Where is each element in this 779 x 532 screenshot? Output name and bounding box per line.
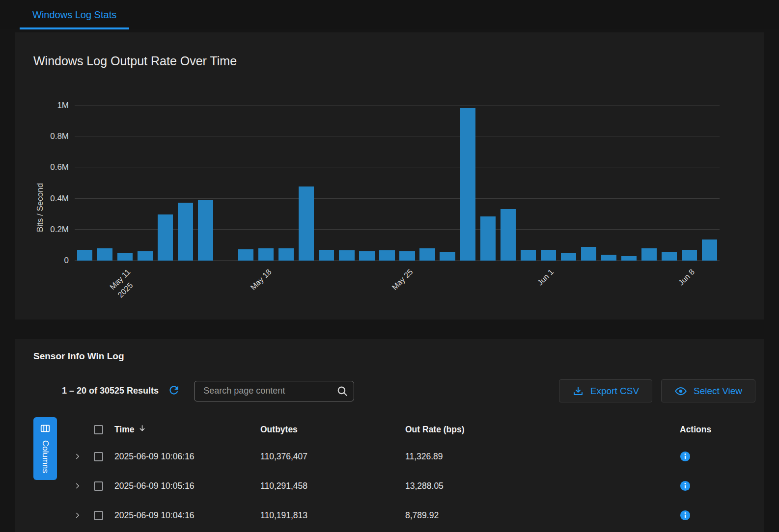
row-checkbox[interactable]	[94, 481, 103, 491]
chart-bar[interactable]	[541, 250, 556, 261]
results-count: 1 – 20 of 30525 Results	[62, 386, 159, 396]
chart-bar[interactable]	[561, 253, 576, 261]
table-title: Sensor Info Win Log	[33, 351, 755, 362]
info-icon[interactable]	[680, 510, 691, 521]
column-header-time[interactable]: Time	[114, 424, 146, 435]
column-header-out-rate[interactable]: Out Rate (bps)	[402, 425, 672, 435]
export-csv-label: Export CSV	[590, 386, 639, 397]
y-tick-label: 0.4M	[50, 194, 69, 204]
time-cell: 2025-06-09 10:05:16	[110, 481, 257, 491]
columns-button[interactable]: Columns	[33, 417, 57, 480]
table-row: 2025-06-09 10:06:16 110,376,407 11,326.8…	[69, 442, 755, 471]
x-tick-label: May 112025	[107, 266, 141, 300]
row-checkbox[interactable]	[94, 511, 103, 520]
table-row: 2025-06-09 10:05:16 110,291,458 13,288.0…	[69, 471, 755, 501]
select-view-button[interactable]: Select View	[661, 379, 755, 402]
chart-panel: Windows Log Output Rate Over Time Bits /…	[15, 32, 764, 319]
tab-bar: Windows Log Stats	[0, 0, 779, 29]
outbytes-cell: 110,376,407	[257, 452, 402, 462]
x-axis: May 112025May 18May 25Jun 1Jun 8	[75, 261, 720, 310]
chart-bar[interactable]	[662, 252, 677, 261]
bars	[75, 106, 720, 261]
expand-row-chevron-icon[interactable]	[73, 481, 82, 490]
y-tick-label: 1M	[57, 101, 69, 110]
chart-bar[interactable]	[440, 252, 455, 261]
info-icon[interactable]	[680, 480, 691, 491]
chart-bar[interactable]	[399, 251, 415, 261]
select-all-checkbox[interactable]	[94, 425, 103, 434]
sort-desc-arrow-icon	[138, 424, 146, 435]
chart-bar[interactable]	[117, 253, 133, 261]
tab-windows-log-stats[interactable]: Windows Log Stats	[20, 0, 129, 29]
info-icon[interactable]	[680, 451, 691, 462]
time-header-label: Time	[114, 425, 135, 435]
chart-bar[interactable]	[581, 247, 596, 261]
y-tick-label: 0	[64, 256, 69, 266]
chart-bar[interactable]	[278, 248, 294, 261]
y-tick-label: 0.8M	[50, 132, 69, 141]
chart-bar[interactable]	[77, 250, 92, 261]
refresh-icon	[167, 384, 180, 398]
y-tick-label: 0.2M	[50, 225, 69, 235]
chart-bar[interactable]	[501, 209, 516, 261]
data-table: Time Outbytes Out Rate (bps) Actions 202…	[69, 417, 755, 530]
chart-bar[interactable]	[480, 216, 496, 261]
download-icon	[572, 385, 584, 397]
columns-label: Columns	[40, 440, 50, 473]
table-wrap: Columns Time Outbytes Out Rate (bps	[33, 417, 755, 530]
chart-bar[interactable]	[299, 186, 314, 261]
chart-bar[interactable]	[460, 108, 475, 261]
x-tick-label: Jun 1	[535, 266, 556, 288]
x-tick-label: Jun 8	[676, 266, 697, 288]
out-rate-cell: 11,326.89	[402, 452, 672, 462]
time-cell: 2025-06-09 10:06:16	[110, 452, 257, 462]
chart-bar[interactable]	[521, 250, 536, 261]
table-header-row: Time Outbytes Out Rate (bps) Actions	[69, 417, 755, 442]
chart-bar[interactable]	[138, 251, 153, 261]
chart-bar[interactable]	[178, 203, 193, 261]
chart-bar[interactable]	[682, 250, 697, 261]
out-rate-cell: 13,288.05	[402, 481, 672, 491]
y-axis-title: Bits / Second	[33, 106, 47, 310]
chart-bar[interactable]	[641, 248, 657, 261]
chart-bar[interactable]	[198, 200, 213, 261]
search-input[interactable]	[202, 385, 336, 397]
table-row: 2025-06-09 10:04:16 110,191,813 8,789.92	[69, 501, 755, 530]
table-toolbar: 1 – 20 of 30525 Results Export CSV Selec…	[33, 379, 755, 402]
y-tick-label: 0.6M	[50, 162, 69, 172]
outbytes-cell: 110,291,458	[257, 481, 402, 491]
refresh-button[interactable]	[167, 384, 181, 399]
table-body: 2025-06-09 10:06:16 110,376,407 11,326.8…	[69, 442, 755, 530]
expand-row-chevron-icon[interactable]	[73, 511, 82, 520]
chart-bar[interactable]	[158, 214, 173, 261]
x-tick-label: May 25	[389, 266, 415, 293]
chart-bar[interactable]	[339, 250, 354, 261]
out-rate-cell: 8,789.92	[402, 510, 672, 521]
chart-bar[interactable]	[419, 248, 435, 261]
eye-icon	[674, 385, 687, 398]
expand-row-chevron-icon[interactable]	[73, 452, 82, 461]
log-rate-chart: Bits / Second 00.2M0.4M0.6M0.8M1M May 11…	[33, 106, 746, 310]
search-box	[194, 381, 354, 401]
x-tick-label: May 18	[248, 266, 274, 293]
row-checkbox[interactable]	[94, 452, 103, 461]
chart-title: Windows Log Output Rate Over Time	[33, 54, 746, 68]
plot-area: 00.2M0.4M0.6M0.8M1M	[75, 106, 720, 261]
chart-bar[interactable]	[97, 248, 112, 261]
outbytes-cell: 110,191,813	[257, 510, 402, 521]
chart-bar[interactable]	[359, 251, 374, 261]
table-panel: Sensor Info Win Log 1 – 20 of 30525 Resu…	[15, 339, 764, 532]
chart-bar[interactable]	[319, 250, 334, 261]
chart-bar[interactable]	[702, 239, 717, 261]
chart-bar[interactable]	[258, 248, 274, 261]
chart-bar[interactable]	[379, 250, 394, 261]
chart-bar[interactable]	[601, 255, 616, 261]
column-header-outbytes[interactable]: Outbytes	[257, 425, 402, 435]
column-header-actions: Actions	[672, 425, 755, 435]
search-icon[interactable]	[336, 385, 349, 398]
export-csv-button[interactable]: Export CSV	[559, 379, 652, 402]
select-view-label: Select View	[694, 386, 742, 397]
time-cell: 2025-06-09 10:04:16	[110, 510, 257, 521]
chart-bar[interactable]	[621, 256, 637, 261]
chart-bar[interactable]	[238, 249, 253, 261]
